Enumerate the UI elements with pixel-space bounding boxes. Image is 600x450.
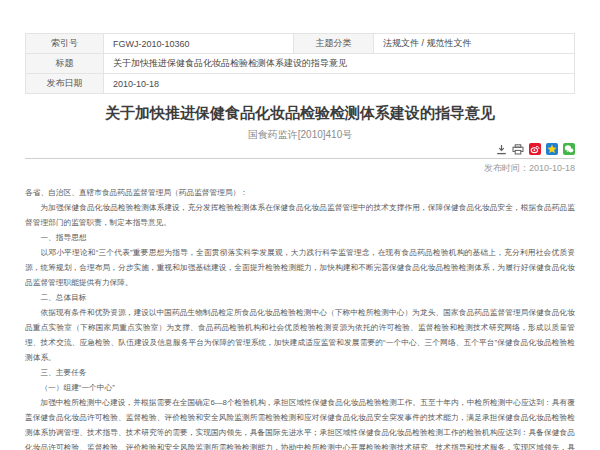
doc-number: 国食药监许[2010]410号 [25, 129, 575, 140]
section-heading-1: 一、指导思想 [25, 230, 575, 245]
paragraph-salutation: 各省、自治区、直辖市食品药品监督管理局（药品监督管理局）： [25, 185, 575, 200]
category-label: 主题分类 [294, 34, 374, 54]
title-label: 标题 [26, 54, 104, 74]
print-icon[interactable] [512, 143, 524, 155]
section-heading-3: 三、主要任务 [25, 365, 575, 380]
subsection-heading-1: （一）组建“一个中心” [25, 380, 575, 395]
paragraph-intro: 为加强保健食品化妆品检验检测体系建设，充分发挥检验检测体系在保健食品化妆品监督管… [25, 200, 575, 230]
meta-row-index-category: 索引号 FGWJ-2010-10360 主题分类 法规文件 / 规范性文件 [26, 34, 575, 54]
meta-row-date: 发布日期 2010-10-18 [26, 74, 575, 94]
page-title: 关于加快推进保健食品化妆品检验检测体系建设的指导意见 [25, 103, 575, 122]
share-toolbar [25, 143, 575, 155]
paragraph-section-3: 加强中检所检测中心建设，并根据需要在全国确定6—8个检验机构，承担区域性保健食品… [25, 395, 575, 450]
index-label: 索引号 [26, 34, 104, 54]
index-value: FGWJ-2010-10360 [104, 34, 294, 54]
divider [25, 158, 575, 159]
meta-row-title: 标题 关于加快推进保健食品化妆品检验检测体系建设的指导意见 [26, 54, 575, 74]
category-value: 法规文件 / 规范性文件 [374, 34, 575, 54]
date-value: 2010-10-18 [104, 74, 575, 94]
paragraph-section-2: 依据现有条件和优势资源，建设以中国药品生物制品检定所食品化妆品检验检测中心（下称… [25, 305, 575, 365]
publish-time: 发布时间：2010-10-18 [25, 163, 575, 174]
date-label: 发布日期 [26, 74, 104, 94]
document-page: 索引号 FGWJ-2010-10360 主题分类 法规文件 / 规范性文件 标题… [0, 0, 600, 450]
title-value: 关于加快推进保健食品化妆品检验检测体系建设的指导意见 [104, 54, 575, 74]
download-icon[interactable] [495, 143, 507, 155]
section-heading-2: 二、总体目标 [25, 290, 575, 305]
paragraph-section-1: 以邓小平理论和“三个代表”重要思想为指导，全面贯彻落实科学发展观，大力践行科学监… [25, 245, 575, 290]
article-body: 各省、自治区、直辖市食品药品监督管理局（药品监督管理局）： 为加强保健食品化妆品… [25, 185, 575, 450]
share-weibo-icon[interactable] [529, 143, 541, 155]
share-wechat-icon[interactable] [563, 143, 575, 155]
share-qzone-icon[interactable] [546, 143, 558, 155]
meta-table: 索引号 FGWJ-2010-10360 主题分类 法规文件 / 规范性文件 标题… [25, 33, 575, 94]
